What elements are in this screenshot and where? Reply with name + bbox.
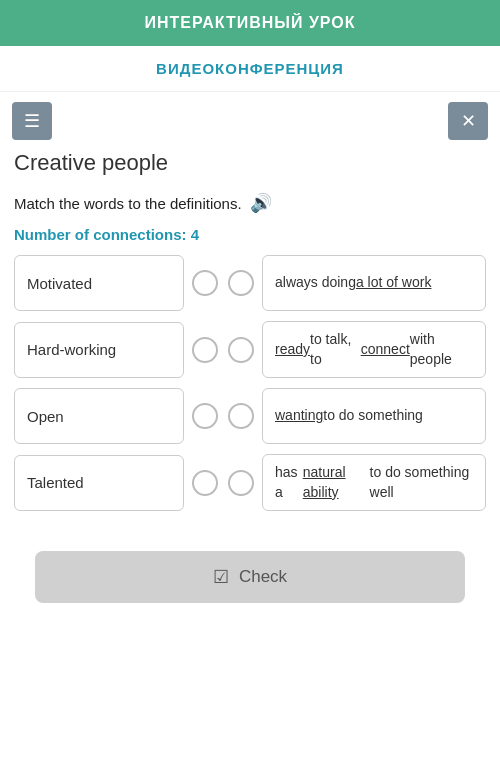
match-row-2: Hard-working ready to talk, to connect w…	[14, 321, 486, 378]
match-row-4: Talented has a natural ability to do som…	[14, 454, 486, 511]
menu-icon: ☰	[24, 110, 40, 132]
check-section: ☑ Check	[0, 531, 500, 617]
word-motivated: Motivated	[14, 255, 184, 311]
close-icon: ✕	[461, 110, 476, 132]
def-2: ready to talk, to connect with people	[262, 321, 486, 378]
radio-motivated-left[interactable]	[192, 270, 218, 296]
match-row-1: Motivated always doing a lot of work	[14, 255, 486, 311]
match-container: Motivated always doing a lot of work Har…	[0, 251, 500, 531]
nav-bar: ☰ ✕	[0, 92, 500, 150]
instruction: Match the words to the definitions. 🔊	[0, 186, 500, 218]
check-label: Check	[239, 567, 287, 587]
def-1: always doing a lot of work	[262, 255, 486, 311]
match-row-3: Open wanting to do something	[14, 388, 486, 444]
def-3: wanting to do something	[262, 388, 486, 444]
video-conf-label: ВИДЕОКОНФЕРЕНЦИЯ	[156, 60, 344, 77]
top-bar: ИНТЕРАКТИВНЫЙ УРОК	[0, 0, 500, 46]
instruction-text: Match the words to the definitions.	[14, 195, 242, 212]
radio-open-left[interactable]	[192, 403, 218, 429]
menu-button[interactable]: ☰	[12, 102, 52, 140]
close-button[interactable]: ✕	[448, 102, 488, 140]
word-talented: Talented	[14, 455, 184, 511]
video-conf[interactable]: ВИДЕОКОНФЕРЕНЦИЯ	[0, 46, 500, 92]
radio-hardworking-left[interactable]	[192, 337, 218, 363]
radio-hardworking-right[interactable]	[228, 337, 254, 363]
check-button[interactable]: ☑ Check	[35, 551, 465, 603]
top-bar-label: ИНТЕРАКТИВНЫЙ УРОК	[144, 14, 355, 31]
radio-talented-left[interactable]	[192, 470, 218, 496]
radio-motivated-right[interactable]	[228, 270, 254, 296]
word-open: Open	[14, 388, 184, 444]
speaker-icon[interactable]: 🔊	[250, 192, 272, 214]
radios-row-2	[192, 337, 254, 363]
radio-open-right[interactable]	[228, 403, 254, 429]
radios-row-3	[192, 403, 254, 429]
radio-talented-right[interactable]	[228, 470, 254, 496]
page-title: Creative people	[0, 150, 500, 186]
connections-label: Number of connections: 4	[0, 218, 500, 251]
word-hardworking: Hard-working	[14, 322, 184, 378]
def-4: has a natural ability to do something we…	[262, 454, 486, 511]
radios-row-1	[192, 270, 254, 296]
check-icon: ☑	[213, 566, 229, 588]
radios-row-4	[192, 470, 254, 496]
